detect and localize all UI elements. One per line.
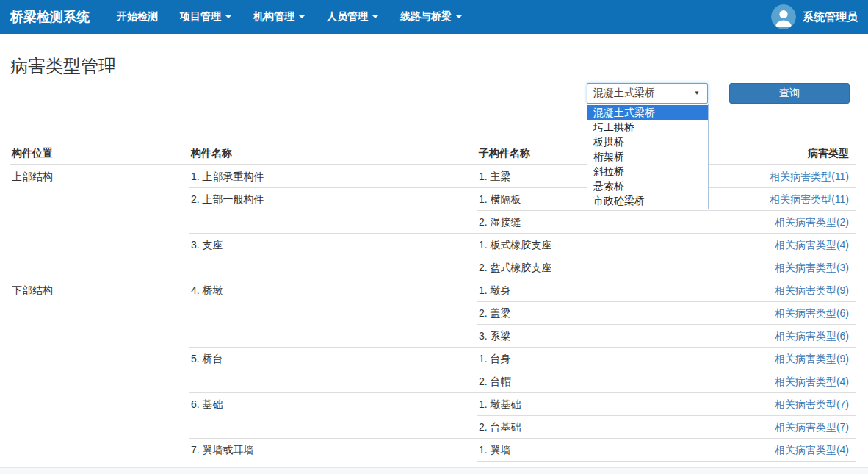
related-defect-types-link[interactable]: 相关病害类型(7) (775, 421, 849, 433)
subcomponent-name-cell: 1. 墩身 (477, 279, 698, 302)
defect-type-cell: 相关病害类型(9) (698, 279, 856, 302)
bridge-type-option[interactable]: 混凝土式梁桥 (587, 105, 708, 120)
subcomponent-name-cell: 2. 湿接缝 (477, 211, 698, 234)
related-defect-types-link[interactable]: 相关病害类型(9) (775, 353, 849, 365)
horizontal-scrollbar[interactable] (0, 467, 868, 474)
component-name-cell: 4. 桥墩 (189, 279, 477, 348)
related-defect-types-link[interactable]: 相关病害类型(11) (770, 170, 849, 182)
caret-down-icon: ▼ (694, 90, 700, 96)
defect-type-table: 构件位置 构件名称 子构件名称 病害类型 上部结构1. 上部承重构件1. 主梁相… (10, 142, 856, 474)
bridge-type-select[interactable]: 混凝土式梁桥 ▼ (587, 83, 708, 104)
top-navbar: 桥梁检测系统 开始检测项目管理机构管理人员管理线路与桥梁 系统管理员 (0, 0, 868, 34)
table-row: 下部结构4. 桥墩1. 墩身相关病害类型(9) (10, 279, 856, 302)
related-defect-types-link[interactable]: 相关病害类型(6) (775, 307, 849, 319)
person-icon (771, 4, 796, 29)
related-defect-types-link[interactable]: 相关病害类型(4) (775, 444, 849, 456)
bridge-type-option[interactable]: 斜拉桥 (587, 164, 708, 179)
defect-type-cell: 相关病害类型(6) (698, 302, 856, 325)
nav-item-label: 机构管理 (253, 10, 294, 24)
app-brand[interactable]: 桥梁检测系统 (10, 8, 90, 26)
bridge-type-option[interactable]: 圬工拱桥 (587, 120, 708, 134)
subcomponent-name-cell: 2. 盆式橡胶支座 (477, 256, 698, 279)
component-name-cell: 2. 上部一般构件 (189, 188, 477, 234)
nav-item-personnel-management[interactable]: 人员管理 (316, 0, 389, 34)
defect-type-cell: 相关病害类型(2) (698, 211, 856, 234)
defect-type-cell: 相关病害类型(11) (698, 188, 856, 211)
defect-type-cell: 相关病害类型(7) (698, 393, 856, 416)
subcomponent-name-cell: 2. 盖梁 (477, 302, 698, 325)
nav-item-label: 人员管理 (327, 10, 368, 24)
related-defect-types-link[interactable]: 相关病害类型(2) (775, 216, 849, 228)
related-defect-types-link[interactable]: 相关病害类型(6) (775, 330, 849, 342)
related-defect-types-link[interactable]: 相关病害类型(3) (775, 262, 849, 273)
component-location-cell: 下部结构 (10, 279, 189, 474)
related-defect-types-link[interactable]: 相关病害类型(4) (775, 376, 849, 387)
col-header-defect-type: 病害类型 (698, 142, 856, 165)
defect-type-cell: 相关病害类型(11) (698, 165, 856, 188)
related-defect-types-link[interactable]: 相关病害类型(11) (770, 193, 849, 205)
main-nav: 开始检测项目管理机构管理人员管理线路与桥梁 (106, 0, 473, 34)
defect-type-cell: 相关病害类型(4) (698, 234, 856, 256)
subcomponent-name-cell: 2. 台基础 (477, 416, 698, 439)
bridge-type-option[interactable]: 板拱桥 (587, 134, 708, 149)
component-location-cell: 上部结构 (10, 165, 189, 279)
component-name-cell: 6. 基础 (189, 393, 477, 439)
bridge-type-listbox: 混凝土式梁桥圬工拱桥板拱桥桁架桥斜拉桥悬索桥市政砼梁桥 (587, 104, 709, 209)
col-header-location: 构件位置 (10, 142, 189, 165)
subcomponent-name-cell: 1. 墩基础 (477, 393, 698, 416)
subcomponent-name-cell: 1. 翼墙 (477, 439, 698, 462)
nav-item-label: 项目管理 (180, 10, 221, 24)
table-header-row: 构件位置 构件名称 子构件名称 病害类型 (10, 142, 856, 165)
user-menu[interactable]: 系统管理员 (771, 4, 858, 29)
component-name-cell: 3. 支座 (189, 234, 477, 279)
bridge-type-option[interactable]: 市政砼梁桥 (587, 193, 708, 208)
nav-item-org-management[interactable]: 机构管理 (242, 0, 316, 34)
query-button[interactable]: 查询 (729, 83, 850, 104)
bridge-type-selected-value: 混凝土式梁桥 (593, 87, 655, 100)
caret-down-icon (372, 15, 378, 18)
related-defect-types-link[interactable]: 相关病害类型(9) (775, 284, 849, 296)
nav-item-label: 线路与桥梁 (400, 10, 452, 24)
subcomponent-name-cell: 1. 板式橡胶支座 (477, 234, 698, 256)
related-defect-types-link[interactable]: 相关病害类型(7) (775, 398, 849, 410)
nav-item-route-and-bridge[interactable]: 线路与桥梁 (389, 0, 473, 34)
component-name-cell: 1. 上部承重构件 (189, 165, 477, 188)
defect-type-cell: 相关病害类型(3) (698, 256, 856, 279)
component-name-cell: 5. 桥台 (189, 348, 477, 393)
subcomponent-name-cell: 1. 台身 (477, 348, 698, 370)
caret-down-icon (456, 15, 462, 18)
caret-down-icon (299, 15, 305, 18)
table-row: 上部结构1. 上部承重构件1. 主梁相关病害类型(11) (10, 165, 856, 188)
user-name: 系统管理员 (803, 10, 858, 24)
defect-type-cell: 相关病害类型(4) (698, 439, 856, 462)
caret-down-icon (225, 15, 231, 18)
bridge-type-option[interactable]: 悬索桥 (587, 179, 708, 193)
defect-type-cell: 相关病害类型(4) (698, 370, 856, 393)
col-header-component: 构件名称 (189, 142, 477, 165)
nav-item-label: 开始检测 (117, 10, 158, 24)
main-content: 病害类型管理 混凝土式梁桥 ▼ 查询 混凝土式梁桥圬工拱桥板拱桥桁架桥斜拉桥悬索… (0, 56, 868, 474)
related-defect-types-link[interactable]: 相关病害类型(4) (775, 239, 849, 251)
defect-type-cell: 相关病害类型(7) (698, 416, 856, 439)
nav-item-start-inspection[interactable]: 开始检测 (106, 0, 169, 34)
bridge-type-option[interactable]: 桁架桥 (587, 149, 708, 164)
defect-type-cell: 相关病害类型(9) (698, 348, 856, 370)
nav-item-project-management[interactable]: 项目管理 (169, 0, 242, 34)
defect-type-cell: 相关病害类型(6) (698, 325, 856, 348)
subcomponent-name-cell: 3. 系梁 (477, 325, 698, 348)
page-title: 病害类型管理 (10, 56, 856, 76)
defect-table-body: 上部结构1. 上部承重构件1. 主梁相关病害类型(11)2. 上部一般构件1. … (10, 165, 856, 474)
subcomponent-name-cell: 2. 台帽 (477, 370, 698, 393)
